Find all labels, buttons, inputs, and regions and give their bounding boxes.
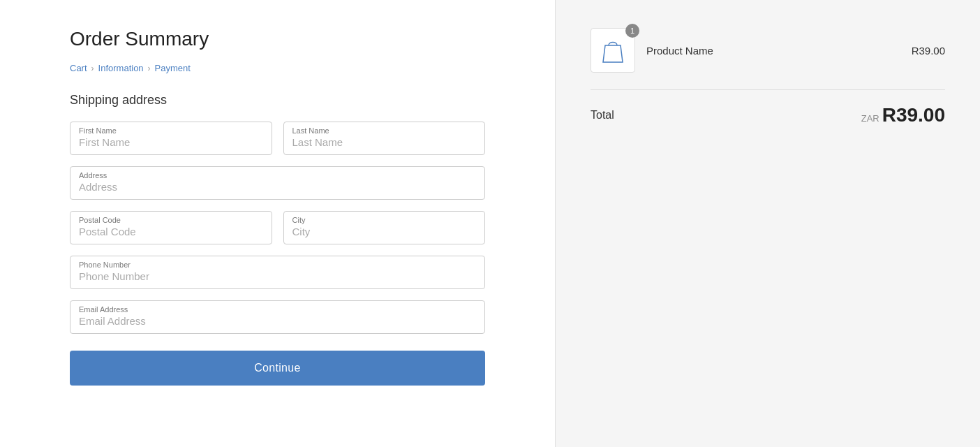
last-name-input[interactable] — [292, 136, 477, 148]
email-input[interactable] — [79, 315, 476, 327]
last-name-field: Last Name — [283, 122, 486, 155]
total-amount-wrap: ZAR R39.00 — [861, 104, 945, 126]
postal-code-label: Postal Code — [79, 216, 263, 224]
total-currency: ZAR — [861, 113, 879, 124]
breadcrumb-information[interactable]: Information — [98, 63, 144, 73]
phone-row: Phone Number — [70, 256, 485, 289]
breadcrumb-payment[interactable]: Payment — [155, 63, 191, 73]
city-input[interactable] — [292, 226, 477, 237]
postal-code-input[interactable] — [79, 226, 263, 237]
breadcrumb-sep-1: › — [91, 64, 94, 73]
bag-icon — [600, 36, 625, 65]
product-price: R39.00 — [912, 45, 945, 57]
divider — [591, 89, 945, 90]
postal-code-field: Postal Code — [70, 211, 272, 244]
left-panel: Order Summary Cart › Information › Payme… — [0, 0, 555, 447]
breadcrumb: Cart › Information › Payment — [70, 63, 485, 73]
address-input[interactable] — [79, 181, 476, 193]
product-image-wrap: 1 — [591, 28, 635, 73]
name-row: First Name Last Name — [70, 122, 485, 155]
total-row: Total ZAR R39.00 — [591, 104, 945, 126]
last-name-label: Last Name — [292, 126, 477, 135]
total-label: Total — [591, 109, 614, 122]
product-badge: 1 — [625, 24, 639, 38]
first-name-label: First Name — [79, 126, 263, 135]
postal-city-row: Postal Code City — [70, 211, 485, 244]
city-field: City — [283, 211, 486, 244]
email-row: Email Address — [70, 300, 485, 334]
city-label: City — [292, 216, 477, 224]
address-field: Address — [70, 166, 485, 200]
total-amount: R39.00 — [882, 104, 945, 126]
continue-button[interactable]: Continue — [70, 351, 485, 386]
address-label: Address — [79, 171, 476, 179]
breadcrumb-cart[interactable]: Cart — [70, 63, 87, 73]
page-title: Order Summary — [70, 28, 485, 50]
phone-label: Phone Number — [79, 261, 476, 269]
shipping-address-title: Shipping address — [70, 93, 485, 108]
email-field: Email Address — [70, 300, 485, 334]
first-name-input[interactable] — [79, 136, 263, 148]
phone-input[interactable] — [79, 270, 476, 282]
product-name: Product Name — [646, 45, 900, 57]
breadcrumb-sep-2: › — [148, 64, 151, 73]
phone-field: Phone Number — [70, 256, 485, 289]
right-panel: 1 Product Name R39.00 Total ZAR R39.00 — [555, 0, 980, 447]
email-label: Email Address — [79, 305, 476, 314]
product-row: 1 Product Name R39.00 — [591, 28, 945, 73]
first-name-field: First Name — [70, 122, 272, 155]
address-row: Address — [70, 166, 485, 200]
